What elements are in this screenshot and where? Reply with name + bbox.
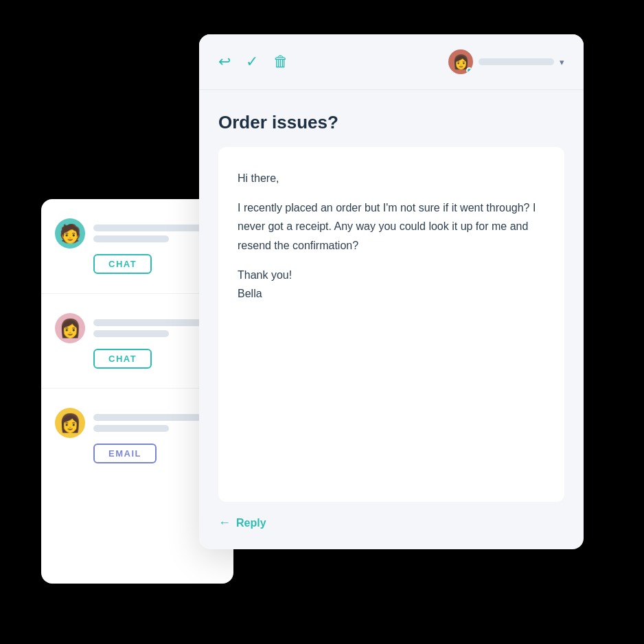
- chat-badge-2[interactable]: CHAT: [93, 349, 152, 369]
- reply-icon: ←: [218, 516, 231, 530]
- email-closing-line1: Thank you!: [238, 269, 292, 281]
- conv-line: [93, 225, 207, 231]
- conv-line: [93, 414, 207, 421]
- email-toolbar: ↩ ✓ 🗑 👩 ▾: [199, 34, 584, 90]
- conversation-item-3[interactable]: 👩 EMAIL: [55, 408, 220, 463]
- conv-line: [93, 425, 169, 432]
- email-body-card: Hi there, I recently placed an order but…: [218, 147, 564, 502]
- email-content: Hi there, I recently placed an order but…: [238, 169, 545, 303]
- chat-badge-1[interactable]: CHAT: [93, 254, 152, 274]
- check-icon[interactable]: ✓: [246, 53, 258, 71]
- avatar-2: 👩: [55, 313, 85, 343]
- reply-button[interactable]: Reply: [236, 517, 266, 529]
- trash-icon[interactable]: 🗑: [273, 53, 288, 71]
- email-subject-area: Order issues?: [199, 90, 584, 147]
- email-closing: Thank you! Bella: [238, 266, 545, 303]
- dropdown-arrow-icon[interactable]: ▾: [560, 57, 564, 67]
- agent-avatar: 👩: [448, 49, 473, 74]
- reply-area[interactable]: ← Reply: [199, 502, 584, 549]
- avatar-1: 🧑: [55, 218, 85, 249]
- conv-line: [93, 235, 169, 242]
- back-icon[interactable]: ↩: [218, 53, 231, 71]
- email-badge-3[interactable]: EMAIL: [93, 444, 157, 463]
- avatar-3: 👩: [55, 408, 85, 438]
- email-closing-line2: Bella: [238, 288, 262, 299]
- conversation-item-1[interactable]: 🧑 CHAT: [55, 218, 220, 274]
- online-indicator: [466, 67, 472, 73]
- conv-line: [93, 319, 207, 326]
- email-paragraph-1: I recently placed an order but I'm not s…: [238, 198, 545, 255]
- conversation-item-2[interactable]: 👩 CHAT: [55, 313, 220, 369]
- conv-line: [93, 330, 169, 337]
- agent-name-placeholder: [479, 58, 554, 65]
- email-greeting: Hi there,: [238, 169, 545, 187]
- email-detail-card: ↩ ✓ 🗑 👩 ▾ Order issues? Hi there, I rece…: [199, 34, 584, 549]
- agent-selector[interactable]: 👩 ▾: [448, 49, 564, 74]
- email-subject: Order issues?: [218, 112, 564, 133]
